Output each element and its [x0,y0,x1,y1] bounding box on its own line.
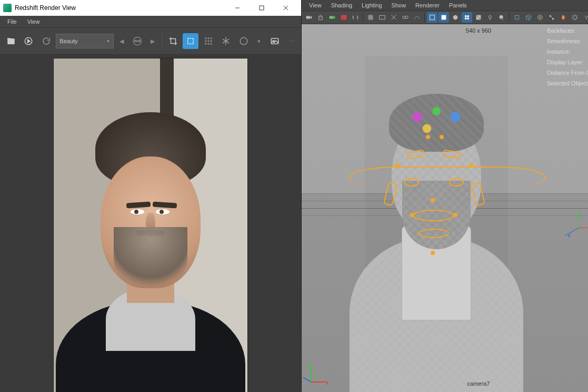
isolate-cube-icon[interactable] [523,12,534,23]
rig-control-eye[interactable] [449,178,464,187]
rig-control-mouth[interactable] [413,210,454,221]
xray-joints-button[interactable] [546,12,557,23]
use-default-material-button[interactable] [450,12,461,23]
render-canvas[interactable] [0,55,301,392]
axis-y-label: y [308,362,311,368]
snapshot-button[interactable] [267,33,282,49]
svg-point-31 [500,18,504,20]
aov-dropdown[interactable]: Beauty ▼ [56,34,114,48]
exposure-button[interactable] [236,33,251,49]
clapper-render-button[interactable] [3,33,18,49]
svg-rect-4 [188,38,194,44]
panel-menu-renderer[interactable]: Renderer [411,2,444,9]
film-gate-button[interactable] [377,12,387,23]
region-render-button[interactable] [183,33,198,49]
render-beard [114,227,187,290]
panel-menu-shading[interactable]: Shading [327,2,356,9]
smooth-shade-button[interactable] [438,12,449,23]
window-title: Redshift Render View [15,4,225,12]
svg-point-33 [538,15,543,20]
gate-mask-button[interactable] [388,12,399,23]
aov-dropdown-label: Beauty [59,38,77,44]
render-eye [156,209,170,214]
rig-control-chin[interactable] [418,229,449,238]
rig-control[interactable] [453,213,457,217]
svg-rect-11 [205,43,206,45]
hud-key: Selected Objects: [547,80,588,86]
menu-file[interactable]: File [2,17,22,26]
window-maximize-button[interactable] [250,0,274,16]
svg-point-14 [240,37,247,45]
select-camera-button[interactable] [304,12,314,23]
rig-control[interactable] [431,198,435,202]
panel-menu-view[interactable]: View [305,2,326,9]
lock-camera-button[interactable] [315,12,326,23]
gamma-icon[interactable] [581,12,588,23]
menu-view[interactable]: View [22,17,45,26]
rig-control[interactable] [440,135,444,139]
axis-y-label: y [577,211,580,216]
rig-control-brow-ring[interactable] [349,166,546,189]
window-minimize-button[interactable] [225,0,250,16]
freeze-button[interactable] [218,33,233,49]
xray-button[interactable] [535,12,545,23]
svg-rect-10 [210,41,212,42]
toolbar-separator [424,13,425,22]
maya-panel: View Shading Lighting Show Renderer Pane… [302,0,588,392]
svg-rect-18 [319,17,323,19]
svg-rect-9 [207,41,209,42]
svg-rect-20 [341,15,347,20]
field-chart-button[interactable] [400,12,411,23]
svg-point-22 [403,16,405,18]
image-plane-button[interactable] [338,12,349,23]
app-logo-icon [3,4,12,12]
svg-rect-0 [260,6,264,10]
maya-viewport[interactable]: 540 x 960 [302,24,588,392]
object-axis-gizmo[interactable]: x y z [579,217,588,238]
shadows-button[interactable] [496,12,507,23]
rig-control[interactable] [395,163,400,168]
textured-button[interactable] [473,12,484,23]
hud-key: Instance: [547,48,571,55]
rig-control[interactable] [426,135,430,139]
rig-control-eye[interactable] [404,178,419,187]
hud-row-distance: Distance From Camera: 23.307 [546,67,588,78]
exposure-icon[interactable] [570,12,580,23]
window-titlebar: Redshift Render View [0,0,301,16]
bucket-view-button[interactable] [201,33,216,49]
panel-menu-show[interactable]: Show [387,2,411,9]
svg-rect-13 [210,43,212,45]
svg-rect-25 [442,15,446,20]
refresh-button[interactable] [38,33,54,49]
rig-control[interactable] [410,213,414,217]
camera-name-label: camera7 [302,380,588,387]
exposure-menu-button[interactable]: ▾ [253,35,265,47]
app-root: Redshift Render View File View [0,0,588,392]
maya-panel-menubar: View Shading Lighting Show Renderer Pane… [302,0,588,11]
toolbar-overflow-button[interactable]: ⋯ [286,35,298,47]
rig-control[interactable] [431,251,435,255]
wire-on-shaded-button[interactable] [462,12,472,23]
render-brow [153,202,177,209]
crop-region-button[interactable] [165,33,181,49]
next-aov-button[interactable]: ▶ [147,35,158,47]
grid-toggle-button[interactable] [365,12,376,23]
bookmark-camera-button[interactable] [327,12,337,23]
prev-aov-button[interactable]: ◀ [116,35,127,47]
two-side-light-button[interactable] [350,12,361,23]
toolbar-separator [162,34,162,48]
isolate-select-button[interactable] [512,12,522,23]
toolbar-separator [509,13,510,22]
panel-menu-lighting[interactable]: Lighting [357,2,386,9]
rgb-channel-button[interactable]: RGB [129,33,145,49]
maya-panel-toolbar [302,11,588,24]
play-ipr-button[interactable] [21,33,36,49]
use-all-lights-button[interactable] [485,12,495,23]
window-close-button[interactable] [274,0,298,16]
wireframe-button[interactable] [427,12,437,23]
hud-row-instance: Instance: No [546,46,588,57]
panel-menu-panels[interactable]: Panels [445,2,471,9]
safe-action-button[interactable] [412,12,422,23]
xray-component-button[interactable] [558,12,569,23]
rig-control[interactable] [469,163,473,168]
